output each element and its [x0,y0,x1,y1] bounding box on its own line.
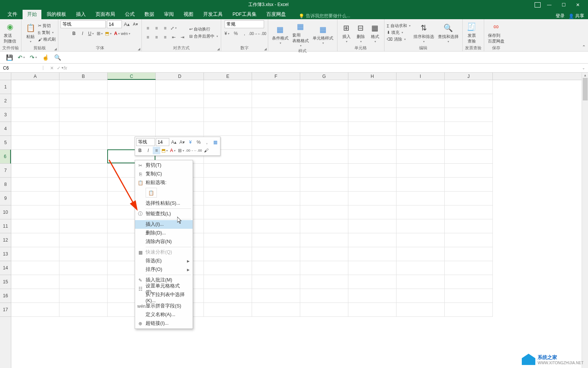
worksheet-grid[interactable]: ABCDEFGHIJ 1234567891011121314151617 ▲ [0,73,588,368]
underline-button[interactable]: U▼ [88,30,95,37]
cell[interactable] [156,80,204,94]
cell[interactable] [348,247,397,261]
menu-item[interactable]: 插入(I)... [135,220,193,229]
formula-input[interactable] [70,65,579,71]
cell[interactable] [397,108,445,122]
cell[interactable] [397,247,445,261]
cell[interactable] [445,94,493,108]
cell[interactable] [300,94,348,108]
cell[interactable] [59,178,108,192]
align-middle-button[interactable]: ≡ [153,24,160,32]
format-cells-button[interactable]: ▦格式▼ [368,22,382,44]
mini-align[interactable]: ≡ [153,147,160,154]
cell[interactable] [59,247,108,261]
column-header[interactable]: A [11,73,59,80]
mini-fill-color[interactable]: ⬒▼ [161,147,169,154]
row-header[interactable]: 7 [0,164,11,178]
dialog-launcher-icon[interactable]: ◢ [264,47,267,51]
insert-cells-button[interactable]: ⊞插入▼ [340,22,353,44]
save-to-baidu-button[interactable]: ∞保存到 百度网盘 [486,21,506,45]
italic-button[interactable]: I [79,30,87,37]
cell[interactable] [252,178,300,192]
menu-item[interactable]: 筛选(E)▶ [135,257,193,265]
format-painter-button[interactable]: 🖌格式刷 [38,36,56,42]
menu-item[interactable]: 删除(D)... [135,229,193,237]
cell[interactable] [252,122,300,136]
row-header[interactable]: 6 [0,150,11,164]
print-preview-button[interactable]: 🔍 [53,53,62,62]
mini-italic[interactable]: I [144,147,152,154]
cell[interactable] [204,247,252,261]
cell[interactable] [11,164,59,178]
cell[interactable] [348,303,397,317]
cell[interactable] [252,219,300,233]
login-button[interactable]: 登录 [556,13,565,19]
ribbon-tab-10[interactable]: PDF工具集 [228,10,261,19]
send-to-wechat-button[interactable]: ◉ 发送 到微信 [2,21,18,45]
cell[interactable] [348,233,397,247]
cell[interactable] [300,261,348,275]
align-left-button[interactable]: ≡ [144,33,152,41]
cell[interactable] [204,205,252,219]
sort-filter-button[interactable]: ⇅排序和筛选▼ [412,22,436,44]
cell[interactable] [445,233,493,247]
percent-button[interactable]: % [232,30,240,37]
ribbon-tab-9[interactable]: 开发工具 [199,10,227,19]
column-header[interactable]: G [300,73,348,80]
cell[interactable] [204,94,252,108]
cell[interactable] [11,136,59,150]
cell[interactable] [59,192,108,205]
cell[interactable] [11,122,59,136]
column-header[interactable]: I [397,73,445,80]
comma-button[interactable]: , [241,30,248,37]
menu-item[interactable]: ✂剪切(T) [135,161,193,170]
ribbon-tab-6[interactable]: 数据 [140,10,159,19]
cell[interactable] [300,233,348,247]
mini-font-size[interactable] [156,138,169,146]
shrink-font-button[interactable]: A▾ [132,21,139,28]
cell[interactable] [204,289,252,303]
cell[interactable] [445,108,493,122]
cell[interactable] [445,164,493,178]
ribbon-tab-11[interactable]: 百度网盘 [262,10,290,19]
column-header[interactable]: H [348,73,397,80]
vertical-scrollbar[interactable]: ▲ [582,73,588,368]
column-headers[interactable]: ABCDEFGHIJ [11,73,588,80]
cut-button[interactable]: ✂剪切 [38,23,56,29]
cell[interactable] [397,136,445,150]
cell[interactable] [204,233,252,247]
column-header[interactable]: E [204,73,252,80]
mini-inc-decimal[interactable]: .00→ [186,147,193,154]
cell[interactable] [204,122,252,136]
cell[interactable] [59,136,108,150]
ribbon-tab-5[interactable]: 公式 [120,10,139,19]
menu-item[interactable]: ⎘复制(C) [135,170,193,178]
cell[interactable] [59,261,108,275]
cell[interactable] [445,289,493,303]
autosum-button[interactable]: Σ自动求和▼ [387,23,411,29]
borders-button[interactable]: ⊞▼ [96,30,104,37]
cell[interactable] [11,80,59,94]
cell[interactable] [59,80,108,94]
cell[interactable] [397,80,445,94]
cell[interactable] [300,303,348,317]
mini-table[interactable]: ▦ [211,138,219,146]
cell[interactable] [445,192,493,205]
cell[interactable] [59,303,108,317]
orientation-button[interactable]: ⤢▼ [170,24,178,32]
cell[interactable] [445,122,493,136]
cell[interactable] [59,150,108,164]
cell[interactable] [108,80,156,94]
cell[interactable] [300,219,348,233]
ribbon-display-options-icon[interactable] [535,2,541,8]
share-button[interactable]: 👤共享 [568,13,584,19]
align-bottom-button[interactable]: ≡ [161,24,169,32]
column-header[interactable]: C [108,73,156,80]
cell[interactable] [204,164,252,178]
mini-percent[interactable]: % [195,138,202,146]
cell[interactable] [11,205,59,219]
column-header[interactable]: F [252,73,300,80]
font-color-button[interactable]: A▼ [114,30,121,37]
ribbon-tab-8[interactable]: 视图 [179,10,198,19]
cell[interactable] [11,108,59,122]
